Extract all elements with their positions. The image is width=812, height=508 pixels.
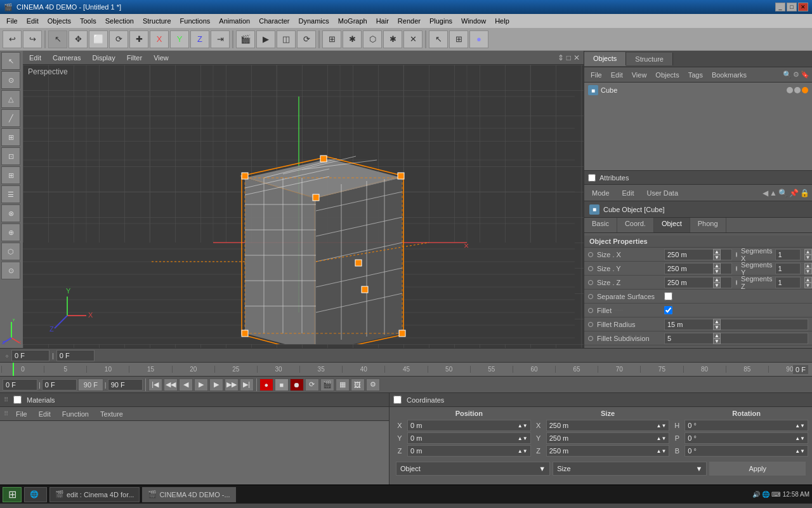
obj-tags[interactable]: Tags <box>684 70 707 80</box>
menu-plugins[interactable]: Plugins <box>426 16 456 26</box>
attr-spinner-up-y[interactable]: ▲ <box>713 263 721 269</box>
coord-size-z[interactable]: ▲▼ <box>546 445 670 457</box>
coord-pos-y[interactable]: ▲▼ <box>407 432 531 444</box>
coord-size-z-field[interactable] <box>549 447 587 455</box>
obj-objects[interactable]: Objects <box>652 70 683 80</box>
attr-spinner-size-y[interactable]: ▲ ▼ <box>713 263 721 274</box>
coord-dropdown-object[interactable]: Object ▼ <box>396 462 550 476</box>
coord-size-z-arrows[interactable]: ▲▼ <box>656 448 666 454</box>
sphere-btn[interactable]: ● <box>469 30 488 48</box>
pb-first[interactable]: |◀ <box>148 378 162 391</box>
grid-btn[interactable]: ⊞ <box>322 30 341 48</box>
attr-back-icon[interactable]: ◀ <box>763 189 768 197</box>
tool-12[interactable]: ⊙ <box>1 262 20 279</box>
menu-file[interactable]: File <box>3 16 22 26</box>
window-controls[interactable]: _ □ ✕ <box>775 3 808 11</box>
record-active[interactable]: 🎬 <box>236 30 255 48</box>
task-c4d-edit[interactable]: 🎬 edit : Cinema 4D for... <box>49 487 140 502</box>
tool-5[interactable]: ⊞ <box>1 128 20 146</box>
attr-spinner-size-z[interactable]: ▲ ▼ <box>713 277 721 288</box>
coord-rot-p-field[interactable] <box>688 434 726 442</box>
coord-rot-b-arrows[interactable]: ▲▼ <box>795 448 805 454</box>
menu-dynamics[interactable]: Dynamics <box>295 16 333 26</box>
attributes-checkbox[interactable] <box>588 174 596 182</box>
tab-objects[interactable]: Objects <box>584 52 626 66</box>
tool-9[interactable]: ⊗ <box>1 204 20 222</box>
attr-input-size-z-field[interactable] <box>667 279 712 286</box>
pb-next-frame[interactable]: ▶ <box>209 378 223 391</box>
coord-rot-h[interactable]: ▲▼ <box>684 420 808 431</box>
pb-next-key[interactable]: ▶▶ <box>225 378 239 391</box>
select-tool[interactable]: ↖ <box>48 30 67 48</box>
tool-10[interactable]: ⊕ <box>1 224 20 241</box>
attr-spinner-fillet-s[interactable]: ▲ ▼ <box>713 333 721 344</box>
coord-system[interactable]: ⇥ <box>211 30 230 48</box>
tool-3[interactable]: △ <box>1 90 20 108</box>
obj-bookmarks[interactable]: Bookmarks <box>708 70 750 80</box>
menu-render[interactable]: Render <box>394 16 424 26</box>
attr-input-fillet-sub[interactable]: ▲ ▼ <box>664 333 808 344</box>
pb-auto-key[interactable]: ⏺ <box>290 378 304 391</box>
attr-spinner-size-x[interactable]: ▲ ▼ <box>713 249 721 260</box>
pb-loop-mode[interactable]: ⟳ <box>305 378 319 391</box>
object-cube[interactable]: ■ Cube <box>586 84 811 97</box>
obj-view[interactable]: View <box>628 70 651 80</box>
coord-pos-z-field[interactable] <box>410 447 449 455</box>
attr-checkbox-sep-surf[interactable] <box>664 292 672 300</box>
rotate-tool[interactable]: ⟳ <box>109 30 128 48</box>
z-axis[interactable]: Z <box>190 30 209 48</box>
attr-tab-coord[interactable]: Coord. <box>617 218 654 232</box>
attr-seg-up-y[interactable]: ▲ <box>804 263 812 269</box>
viewport[interactable]: Edit Cameras Display Filter View ⇕ □ ✕ P… <box>23 51 584 348</box>
coord-pos-y-field[interactable] <box>410 434 449 442</box>
coords-checkbox[interactable] <box>393 396 402 404</box>
pb-end-field[interactable] <box>108 379 143 391</box>
pb-frame-field[interactable] <box>3 379 37 391</box>
task-c4d-main[interactable]: 🎬 CINEMA 4D DEMO -... <box>142 487 235 502</box>
obj-file[interactable]: File <box>587 70 606 80</box>
attr-edit[interactable]: Edit <box>617 188 639 198</box>
pb-record[interactable]: ● <box>259 378 273 391</box>
pb-stop-record[interactable]: ■ <box>275 378 289 391</box>
add-object[interactable]: ✚ <box>129 30 148 48</box>
timeline-level-input[interactable] <box>56 350 95 361</box>
polygon-btn[interactable]: ⬡ <box>363 30 382 48</box>
menu-character[interactable]: Character <box>255 16 293 26</box>
undo-button[interactable]: ↩ <box>3 30 22 48</box>
vp-edit[interactable]: Edit <box>27 53 44 62</box>
coord-pos-x[interactable]: ▲▼ <box>407 420 531 431</box>
attr-spinner-down-fs[interactable]: ▼ <box>713 338 721 344</box>
y-axis[interactable]: Y <box>170 30 189 48</box>
coord-size-y[interactable]: ▲▼ <box>546 432 670 444</box>
attr-checkbox-fillet[interactable] <box>664 306 672 314</box>
menu-hair[interactable]: Hair <box>372 16 393 26</box>
timeline-frame-input[interactable] <box>11 350 49 361</box>
attr-spinner-down[interactable]: ▼ <box>713 255 721 260</box>
minimize-button[interactable]: _ <box>775 3 785 11</box>
coord-size-x-arrows[interactable]: ▲▼ <box>656 423 666 429</box>
attr-spinner-fillet-r[interactable]: ▲ ▼ <box>713 319 721 330</box>
mat-texture[interactable]: Texture <box>96 410 127 418</box>
vp-display[interactable]: Display <box>90 53 118 62</box>
tool-11[interactable]: ⬡ <box>1 243 20 260</box>
coord-rot-p-arrows[interactable]: ▲▼ <box>795 436 805 441</box>
coord-size-y-arrows[interactable]: ▲▼ <box>656 436 666 441</box>
menu-window[interactable]: Window <box>457 16 490 26</box>
attr-seg-spinner-z[interactable]: ▲ ▼ <box>804 277 812 288</box>
attr-spinner-up-fs[interactable]: ▲ <box>713 333 721 338</box>
menu-mograph[interactable]: MoGraph <box>334 16 371 26</box>
soft-sel[interactable]: ✱ <box>383 30 402 48</box>
coord-rot-h-arrows[interactable]: ▲▼ <box>795 423 805 429</box>
pb-set-end[interactable]: 90 F <box>78 378 103 391</box>
tool-8[interactable]: ☰ <box>1 185 20 203</box>
pb-prev-key[interactable]: ◀◀ <box>164 378 178 391</box>
attr-tab-object[interactable]: Object <box>654 218 690 232</box>
attr-seg-spinner-y[interactable]: ▲ ▼ <box>804 263 812 274</box>
mat-file[interactable]: File <box>12 410 31 418</box>
attr-search-icon[interactable]: 🔍 <box>778 189 788 197</box>
viewport-maximize-icon[interactable]: □ <box>566 53 571 62</box>
attr-input-size-x[interactable]: ▲ ▼ <box>664 249 732 260</box>
tool-2[interactable]: ⊙ <box>1 71 20 89</box>
attr-tab-basic[interactable]: Basic <box>584 218 617 232</box>
x-btn[interactable]: ✕ <box>403 30 422 48</box>
